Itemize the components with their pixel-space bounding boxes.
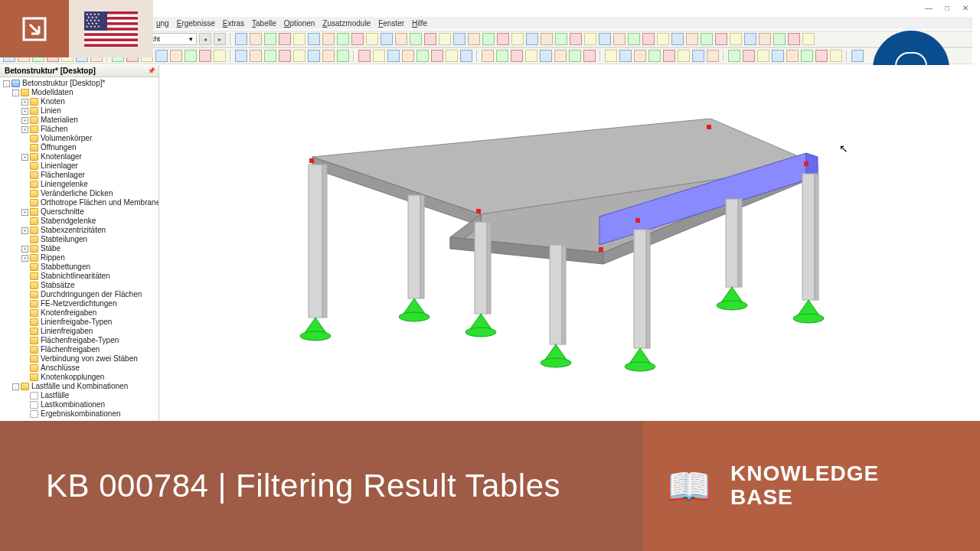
toolbar-button[interactable] [402, 50, 414, 62]
toolbar-button[interactable] [439, 33, 451, 45]
toolbar-button[interactable] [337, 50, 349, 62]
toolbar-button[interactable] [424, 33, 436, 45]
tree-item[interactable]: Liniengelenke [0, 180, 158, 189]
toolbar-button[interactable] [786, 50, 799, 62]
menu-item[interactable]: Hilfe [412, 19, 427, 28]
tree-item[interactable]: Stabsätze [0, 281, 158, 290]
toolbar-button[interactable] [642, 33, 655, 45]
tree-item[interactable]: Flächenfreigabe-Typen [0, 336, 158, 345]
tree-item[interactable]: Veränderliche Dicken [0, 189, 158, 198]
toolbar-button[interactable] [526, 33, 538, 45]
tree-item[interactable]: Knotenfreigaben [0, 308, 158, 318]
toolbar-button[interactable] [707, 50, 719, 62]
toolbar-button[interactable] [460, 50, 472, 62]
tree-item[interactable]: +Flächen [0, 125, 158, 134]
toolbar-button[interactable] [613, 33, 626, 45]
tree-item[interactable]: Orthotrope Flächen und Membranen [0, 198, 158, 207]
tree-item[interactable]: +Knotenlager [0, 152, 158, 161]
toolbar-button[interactable] [264, 33, 276, 45]
toolbar-button[interactable] [569, 50, 581, 62]
tree-item[interactable]: FE-Netzverdichtungen [0, 299, 158, 308]
toolbar-button[interactable] [308, 50, 320, 62]
tree-item[interactable]: Verbindung von zwei Stäben [0, 354, 158, 364]
toolbar-button[interactable] [373, 50, 385, 62]
model-viewport[interactable] [159, 65, 980, 421]
menu-item[interactable]: Extras [223, 19, 244, 28]
tree-item[interactable]: Ergebniskombinationen [0, 409, 158, 419]
toolbar-button[interactable]: ▸ [214, 33, 226, 45]
toolbar-button[interactable] [730, 33, 742, 45]
toolbar-button[interactable] [619, 50, 632, 62]
tree-item[interactable]: Linienlager [0, 161, 158, 171]
toolbar-button[interactable] [185, 50, 197, 62]
toolbar-button[interactable] [235, 33, 247, 45]
tree-item[interactable]: Stabendgelenke [0, 217, 158, 226]
toolbar-button[interactable] [497, 33, 509, 45]
menu-item[interactable]: Fenster [378, 19, 404, 28]
toolbar-button[interactable] [788, 33, 800, 45]
toolbar-button[interactable]: ◂ [199, 33, 211, 45]
toolbar-button[interactable] [815, 50, 828, 62]
tree-item[interactable]: +Rippen [0, 253, 158, 262]
toolbar-button[interactable] [293, 33, 305, 45]
toolbar-button[interactable] [759, 33, 771, 45]
toolbar-button[interactable] [525, 50, 537, 62]
toolbar-button[interactable] [468, 33, 480, 45]
toolbar-button[interactable] [540, 50, 552, 62]
toolbar-button[interactable] [155, 50, 168, 62]
minimize-button[interactable]: — [920, 3, 937, 14]
tree-item[interactable]: +Knoten [0, 97, 158, 106]
toolbar-button[interactable] [446, 50, 458, 62]
toolbar-button[interactable] [279, 33, 291, 45]
toolbar-button[interactable] [511, 33, 524, 45]
tree-item[interactable]: Flächenlager [0, 171, 158, 180]
toolbar-button[interactable] [395, 33, 407, 45]
pin-icon[interactable]: 📌 [148, 67, 155, 74]
toolbar-button[interactable] [583, 50, 596, 62]
toolbar-button[interactable] [743, 50, 755, 62]
toolbar-button[interactable] [715, 33, 727, 45]
menu-item[interactable]: Ergebnisse [177, 19, 215, 28]
toolbar-button[interactable] [381, 33, 393, 45]
tree-item[interactable]: Lastfälle [0, 391, 158, 400]
toolbar-button[interactable] [801, 50, 813, 62]
toolbar-button[interactable] [337, 33, 349, 45]
tree-item[interactable]: Stabnichtlinearitäten [0, 272, 158, 281]
toolbar-button[interactable] [199, 50, 211, 62]
tree-item[interactable]: Linienfreigaben [0, 327, 158, 336]
toolbar-button[interactable] [686, 33, 698, 45]
toolbar-button[interactable] [366, 33, 378, 45]
toolbar-button[interactable] [293, 50, 305, 62]
toolbar-button[interactable] [599, 33, 611, 45]
toolbar-button[interactable] [570, 33, 582, 45]
toolbar-button[interactable] [387, 50, 400, 62]
toolbar-button[interactable] [250, 50, 262, 62]
toolbar-button[interactable] [634, 50, 646, 62]
toolbar-button[interactable] [250, 33, 262, 45]
tree-item[interactable]: Knotenkopplungen [0, 373, 158, 382]
toolbar-button[interactable] [701, 33, 713, 45]
toolbar-button[interactable] [453, 33, 466, 45]
toolbar-button[interactable] [322, 50, 335, 62]
toolbar-button[interactable] [555, 33, 567, 45]
tree-item[interactable]: +Materialien [0, 116, 158, 125]
toolbar-button[interactable] [496, 50, 508, 62]
tree-item[interactable]: -Lastfälle und Kombinationen [0, 382, 158, 391]
toolbar-button[interactable] [482, 33, 495, 45]
tree-item[interactable]: +Querschnitte [0, 207, 158, 217]
toolbar-button[interactable] [663, 50, 675, 62]
toolbar-button[interactable] [416, 50, 429, 62]
tree-item[interactable]: Öffnungen [0, 143, 158, 152]
toolbar-button[interactable] [757, 50, 769, 62]
menu-item[interactable]: Zusatzmodule [322, 19, 371, 28]
toolbar-button[interactable] [410, 33, 422, 45]
tree-item[interactable]: +Linien [0, 106, 158, 116]
toolbar-button[interactable] [648, 50, 661, 62]
toolbar-button[interactable] [773, 33, 786, 45]
tree-item[interactable]: -Betonstruktur [Desktop]* [0, 79, 158, 88]
toolbar-button[interactable] [851, 50, 864, 62]
toolbar-button[interactable] [322, 33, 335, 45]
toolbar-button[interactable] [678, 50, 690, 62]
toolbar-button[interactable] [605, 50, 617, 62]
toolbar-button[interactable] [308, 33, 320, 45]
